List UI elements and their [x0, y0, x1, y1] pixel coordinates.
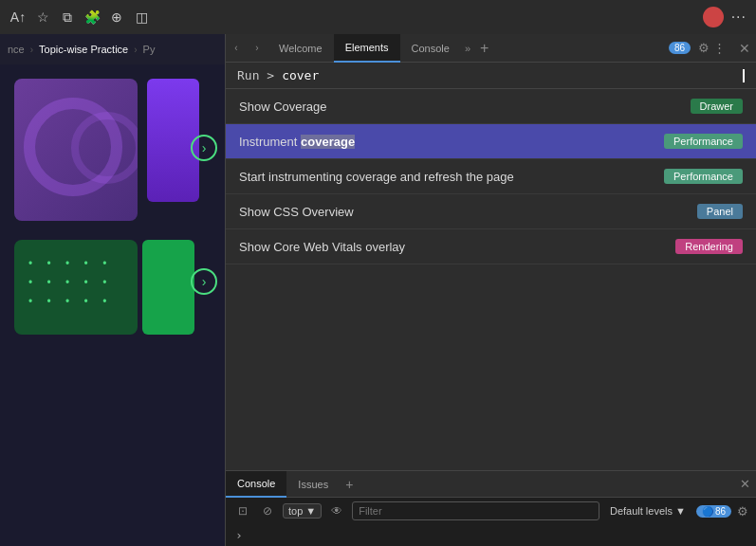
nav-item-2[interactable]: Topic-wise Practice [39, 44, 128, 55]
result-show-css-overview[interactable]: Show CSS Overview Panel [226, 194, 756, 229]
browser-chrome: A↑ ☆ ⧉ 🧩 ⊕ ◫ ··· [0, 0, 756, 34]
result-text-show-coverage: Show Coverage [239, 100, 691, 114]
console-context-value: top [288, 505, 303, 517]
console-context-arrow: ▼ [305, 505, 316, 517]
arrow-button-bottom[interactable]: › [191, 268, 217, 295]
tab-forward-arrow[interactable]: › [247, 34, 267, 63]
tab-elements[interactable]: Elements [334, 34, 400, 63]
tab-back-arrow[interactable]: ‹ [226, 34, 247, 63]
page-content: nce › Topic-wise Practice › Py › › [0, 34, 225, 546]
console-badge-icon: 🔵 [702, 506, 713, 517]
purple-card [14, 79, 138, 221]
nav-item-3[interactable]: Py [143, 44, 156, 55]
format-text-icon[interactable]: A↑ [9, 9, 27, 26]
tab-console[interactable]: Console [400, 34, 461, 63]
visual-bottom: › [0, 230, 225, 546]
command-search-bar[interactable]: Run > cover [226, 63, 756, 89]
more-icon[interactable]: ··· [731, 9, 747, 26]
command-cursor [743, 69, 745, 82]
devtools-panel: ‹ › Welcome Elements Console » + 86 ⚙ ⋮ … [225, 34, 756, 546]
visual-top: › [0, 64, 225, 230]
console-tab-issues[interactable]: Issues [286, 471, 340, 498]
issues-badge[interactable]: 86 [669, 42, 691, 54]
console-tab-console[interactable]: Console [226, 471, 286, 498]
result-show-web-vitals[interactable]: Show Core Web Vitals overlay Rendering [226, 229, 756, 264]
result-text-show-web-vitals: Show Core Web Vitals overlay [239, 240, 675, 254]
result-badge-show-coverage: Drawer [691, 99, 743, 114]
result-text-start-instrumenting: Start instrumenting coverage and refresh… [239, 170, 664, 184]
console-settings-button[interactable]: ⚙ [737, 504, 748, 519]
more-options-icon[interactable]: ⋮ [713, 41, 726, 55]
page-visual: › › [0, 64, 225, 546]
console-level-dropdown[interactable]: Default levels ▼ [605, 504, 691, 518]
result-badge-start-instrumenting: Performance [664, 169, 743, 184]
console-eye-button[interactable]: 👁 [327, 501, 346, 520]
arrow-button-top[interactable]: › [191, 135, 217, 161]
console-level-label: Default levels [610, 505, 673, 517]
console-context-dropdown[interactable]: top ▼ [283, 503, 322, 519]
devtools-close-button[interactable]: ✕ [733, 41, 756, 56]
command-input[interactable]: cover [282, 68, 735, 82]
console-area: Console Issues + ✕ ⊡ ⊘ top ▼ 👁 Def [226, 470, 756, 546]
console-add-tab-button[interactable]: + [340, 477, 359, 492]
result-instrument-coverage[interactable]: Instrument coverage Performance [226, 124, 756, 159]
tab-welcome[interactable]: Welcome [267, 34, 334, 63]
command-area: Run > cover Show Coverage Drawer Instrum… [226, 63, 756, 470]
main-layout: nce › Topic-wise Practice › Py › › ‹ › [0, 34, 756, 546]
console-tabs-bar: Console Issues + ✕ [226, 471, 756, 498]
add-tab-button[interactable]: + [474, 40, 494, 57]
green-dots-card [14, 240, 138, 335]
split-screen-icon[interactable]: ⧉ [59, 9, 76, 26]
sidebar-icon[interactable]: ◫ [133, 9, 150, 26]
console-badge[interactable]: 🔵 86 [696, 505, 731, 518]
extensions-icon[interactable]: 🧩 [83, 9, 101, 26]
nav-sep-2: › [134, 45, 137, 55]
user-avatar[interactable] [703, 7, 724, 27]
green-strip-card [142, 240, 194, 335]
console-level-arrow: ▼ [675, 505, 686, 517]
settings-icon[interactable]: ⚙ [698, 41, 710, 55]
star-icon[interactable]: ☆ [34, 9, 51, 26]
nav-sep-1: › [30, 45, 33, 55]
command-results-list: Show Coverage Drawer Instrument coverage… [226, 89, 756, 470]
console-close-button[interactable]: ✕ [734, 477, 756, 491]
result-badge-instrument-coverage: Performance [664, 134, 743, 149]
console-content: › [226, 524, 756, 546]
issues-count: 86 [674, 43, 685, 53]
result-text-instrument-coverage: Instrument coverage [239, 135, 664, 149]
result-text-show-css-overview: Show CSS Overview [239, 205, 697, 219]
page-nav: nce › Topic-wise Practice › Py [0, 34, 225, 64]
console-block-button[interactable]: ⊘ [258, 501, 277, 520]
devtools-tab-bar: ‹ › Welcome Elements Console » + 86 ⚙ ⋮ … [226, 34, 756, 63]
nav-item-1[interactable]: nce [8, 44, 25, 55]
command-prompt-label: Run > [237, 68, 274, 82]
more-tabs-icon[interactable]: » [461, 43, 474, 54]
devtools-tab-icons: ⚙ ⋮ [691, 41, 733, 55]
result-show-coverage[interactable]: Show Coverage Drawer [226, 89, 756, 124]
result-badge-show-web-vitals: Rendering [675, 239, 743, 254]
console-filter-input[interactable] [352, 501, 599, 520]
browser-action-icon[interactable]: ⊕ [108, 9, 125, 26]
result-start-instrumenting[interactable]: Start instrumenting coverage and refresh… [226, 159, 756, 194]
console-clear-button[interactable]: ⊡ [233, 501, 252, 520]
result-badge-show-css-overview: Panel [697, 204, 743, 219]
highlight-coverage: coverage [301, 135, 355, 149]
console-prompt-symbol: › [235, 528, 243, 542]
console-toolbar: ⊡ ⊘ top ▼ 👁 Default levels ▼ 🔵 86 ⚙ [226, 498, 756, 524]
console-badge-count: 86 [715, 506, 726, 517]
